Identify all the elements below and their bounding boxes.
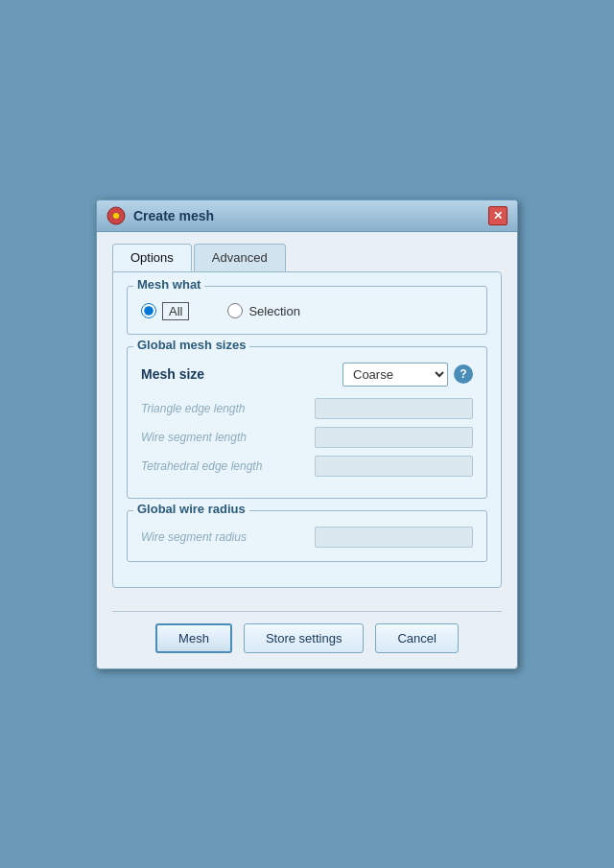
radio-selection[interactable]: Selection	[227, 303, 299, 318]
radio-all[interactable]: All	[141, 302, 189, 320]
app-icon	[106, 206, 126, 225]
tab-content-options: Mesh what All Selection Global mesh size…	[112, 271, 502, 588]
title-bar: Create mesh ✕	[97, 200, 517, 232]
global-wire-radius-legend: Global wire radius	[133, 502, 249, 516]
wire-segment-row: Wire segment length	[141, 427, 473, 448]
radio-selection-label: Selection	[248, 304, 299, 318]
tab-options[interactable]: Options	[112, 244, 192, 271]
mesh-size-label: Mesh size	[141, 366, 204, 382]
svg-point-1	[113, 213, 119, 219]
tetrahedral-edge-input	[315, 456, 473, 477]
tabs-container: Options Advanced	[112, 244, 502, 271]
global-wire-radius-group: Global wire radius Wire segment radius	[127, 510, 487, 562]
dialog-body: Options Advanced Mesh what All Selection	[97, 232, 517, 669]
mesh-what-radio-row: All Selection	[141, 302, 473, 320]
triangle-edge-input	[315, 398, 473, 419]
mesh-size-controls: Coarse Fine Normal Custom ?	[342, 363, 473, 387]
wire-segment-radius-row: Wire segment radius	[141, 527, 473, 548]
title-bar-left: Create mesh	[106, 206, 214, 225]
wire-segment-radius-input	[315, 527, 473, 548]
store-settings-button[interactable]: Store settings	[244, 623, 365, 653]
triangle-edge-row: Triangle edge length	[141, 398, 473, 419]
radio-all-label: All	[162, 302, 189, 320]
global-mesh-sizes-group: Global mesh sizes Mesh size Coarse Fine …	[127, 346, 487, 499]
global-mesh-sizes-legend: Global mesh sizes	[133, 338, 249, 352]
cancel-button[interactable]: Cancel	[375, 623, 458, 653]
mesh-what-legend: Mesh what	[133, 277, 204, 292]
radio-selection-input[interactable]	[227, 303, 243, 318]
button-row: Mesh Store settings Cancel	[112, 611, 502, 653]
wire-segment-label: Wire segment length	[141, 431, 247, 444]
radio-all-input[interactable]	[141, 303, 156, 318]
triangle-edge-label: Triangle edge length	[141, 402, 246, 415]
mesh-button[interactable]: Mesh	[155, 623, 232, 653]
dialog-title: Create mesh	[133, 208, 214, 223]
tetrahedral-edge-row: Tetrahedral edge length	[141, 456, 473, 477]
mesh-size-select[interactable]: Coarse Fine Normal Custom	[342, 363, 448, 387]
wire-segment-input	[315, 427, 473, 448]
tetrahedral-edge-label: Tetrahedral edge length	[141, 459, 262, 473]
wire-segment-radius-label: Wire segment radius	[141, 530, 247, 544]
mesh-size-row: Mesh size Coarse Fine Normal Custom ?	[141, 363, 473, 387]
create-mesh-dialog: Create mesh ✕ Options Advanced Mesh what…	[96, 199, 518, 669]
help-button[interactable]: ?	[454, 364, 473, 384]
mesh-what-group: Mesh what All Selection	[127, 286, 487, 335]
tab-advanced[interactable]: Advanced	[194, 244, 286, 271]
close-button[interactable]: ✕	[488, 206, 508, 225]
